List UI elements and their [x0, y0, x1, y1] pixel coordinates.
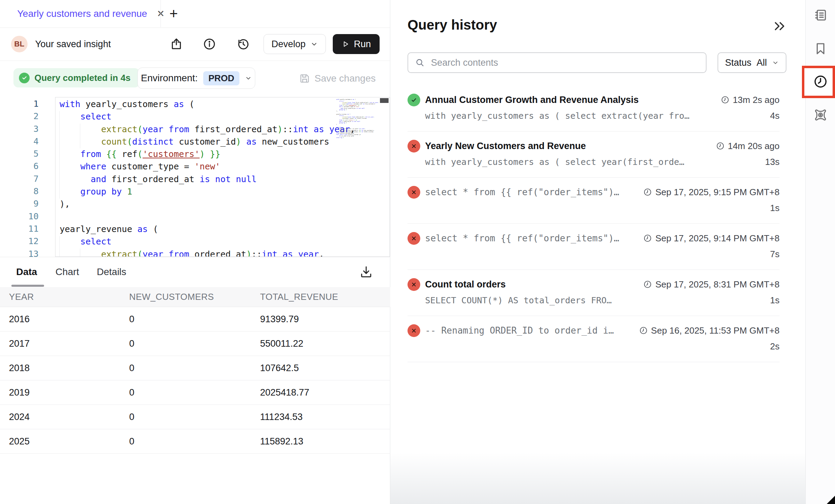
table-row: 20170550011.22	[0, 332, 390, 356]
query-status-pill: Query completed in 4s	[13, 68, 140, 87]
code-line: order by 1	[336, 137, 382, 138]
table-row: 2016091399.79	[0, 307, 390, 332]
history-item-timestamp: Sep 16, 2025, 11:53 PM GMT+8	[632, 325, 780, 336]
code-editor-area[interactable]: with yearly_customers as ( select extrac…	[55, 97, 390, 257]
table-row: 201902025418.77	[0, 380, 390, 405]
table-row: 20180107642.5	[0, 356, 390, 380]
editor-scrollbar-thumb[interactable]	[380, 98, 389, 103]
new-tab-button[interactable]: +	[166, 6, 181, 21]
download-icon[interactable]	[359, 265, 373, 279]
active-tab-underline	[11, 285, 44, 287]
history-item-title: Annual Customer Growth and Revenue Analy…	[425, 95, 639, 105]
table-cell: 0	[129, 363, 260, 374]
sql-editor: 12345678910111213 with yearly_customers …	[0, 94, 390, 257]
history-item-timestamp: Sep 17, 2025, 8:31 PM GMT+8	[636, 279, 780, 290]
query-history-item[interactable]: select * from {{ ref("order_items")…Sep …	[408, 224, 780, 270]
line-number: 10	[0, 210, 51, 223]
search-input[interactable]	[430, 57, 699, 69]
history-item-timestamp: 14m 20s ago	[709, 141, 780, 151]
query-history-item[interactable]: Count total ordersSep 17, 2025, 8:31 PM …	[408, 270, 780, 316]
line-number: 3	[0, 123, 51, 135]
collapse-panel-icon[interactable]	[772, 19, 787, 34]
line-number: 7	[0, 173, 51, 185]
query-history-panel: Query history Status All Annual Customer…	[390, 0, 805, 504]
version-history-icon[interactable]	[236, 37, 250, 51]
table-cell: 2016	[0, 314, 129, 325]
query-history-item[interactable]: select * from {{ ref("order_items")…Sep …	[408, 178, 780, 224]
history-item-duration: 7s	[770, 249, 780, 260]
history-item-snippet: select * from {{ ref("order_items")…	[425, 233, 619, 243]
error-status-icon	[408, 324, 420, 337]
line-number: 4	[0, 135, 51, 148]
history-item-snippet: with yearly_customers as ( select year(f…	[425, 157, 684, 167]
environment-value-badge: PROD	[203, 71, 239, 85]
save-changes-button[interactable]: Save changes	[297, 69, 378, 88]
history-item-snippet: -- Renaming ORDER_ID to order_id i…	[425, 325, 614, 336]
table-cell: 91399.79	[260, 314, 390, 325]
query-editor-panel: Yearly customers and revenue ✕ + BL Your…	[0, 0, 390, 504]
editor-minimap[interactable]: with yearly_customers as ( select extrac…	[336, 99, 382, 256]
timestamp-text: 13m 2s ago	[733, 95, 780, 105]
info-icon[interactable]	[203, 37, 216, 51]
indent-guide	[80, 249, 80, 257]
share-icon[interactable]	[169, 37, 183, 51]
status-filter-dropdown[interactable]: Status All	[718, 52, 786, 73]
line-number: 8	[0, 185, 51, 198]
history-item-timestamp: Sep 17, 2025, 9:14 PM GMT+8	[636, 233, 780, 244]
saved-insight-label: Your saved insight	[35, 28, 111, 61]
history-item-row-2: 1s	[425, 202, 780, 214]
save-icon	[299, 73, 310, 84]
table-header-row: YEAR NEW_CUSTOMERS TOTAL_REVENUE	[0, 287, 390, 307]
history-item-timestamp: Sep 17, 2025, 9:15 PM GMT+8	[636, 187, 780, 198]
search-box	[408, 52, 707, 73]
column-header-year: YEAR	[0, 292, 129, 302]
timestamp-text: 14m 20s ago	[728, 141, 780, 151]
tab-label: Yearly customers and revenue	[17, 8, 147, 19]
ai-assistant-icon[interactable]	[813, 108, 828, 122]
develop-dropdown[interactable]: Develop	[264, 34, 326, 54]
history-item-title: Count total orders	[425, 279, 506, 290]
history-item-snippet: SELECT COUNT(*) AS total_orders FRO…	[425, 295, 612, 305]
tab-details[interactable]: Details	[97, 257, 126, 287]
line-number: 1	[0, 98, 51, 110]
chevron-down-icon	[245, 75, 252, 82]
line-number: 12	[0, 235, 51, 248]
history-item-row-2: 2s	[425, 340, 780, 353]
table-row: 20240111234.53	[0, 405, 390, 429]
query-history-item[interactable]: Annual Customer Growth and Revenue Analy…	[408, 85, 780, 132]
history-item-snippet: with yearly_customers as ( select extrac…	[425, 111, 690, 121]
play-icon	[341, 40, 350, 48]
bookmark-icon[interactable]	[813, 41, 828, 56]
clock-history-icon[interactable]	[813, 74, 828, 89]
run-button[interactable]: Run	[333, 34, 380, 54]
history-item-duration: 4s	[770, 111, 780, 121]
history-item-title: Yearly New Customers and Revenue	[425, 141, 586, 151]
status-filter-value: All	[756, 57, 767, 68]
status-row: Query completed in 4s Environment: PROD …	[0, 61, 390, 97]
query-history-item[interactable]: Yearly New Customers and Revenue14m 20s …	[408, 132, 780, 178]
run-label: Run	[354, 39, 371, 50]
history-item-duration: 1s	[770, 295, 780, 306]
history-item-duration: 1s	[770, 203, 780, 213]
history-item-timestamp: 13m 2s ago	[714, 95, 780, 105]
environment-dropdown[interactable]: Environment: PROD	[137, 67, 255, 89]
page-title: Query history	[408, 17, 497, 33]
table-cell: 0	[129, 412, 260, 422]
query-history-item[interactable]: -- Renaming ORDER_ID to order_id i…Sep 1…	[408, 316, 780, 362]
history-item-duration: 13s	[765, 157, 780, 167]
notebook-icon[interactable]	[813, 8, 828, 22]
success-status-icon	[408, 94, 420, 106]
table-cell: 2025418.77	[260, 387, 390, 398]
error-status-icon	[408, 140, 420, 153]
tab-data[interactable]: Data	[16, 257, 37, 287]
chevron-down-icon	[772, 59, 779, 66]
tab-yearly-customers-and-revenue[interactable]: Yearly customers and revenue ✕	[17, 0, 165, 28]
right-icon-sidebar	[805, 0, 835, 504]
tab-separator	[161, 0, 161, 27]
table-cell: 111234.53	[260, 412, 390, 422]
tab-chart[interactable]: Chart	[55, 257, 79, 287]
history-item-row-1: Yearly New Customers and Revenue14m 20s …	[408, 139, 780, 153]
indent-guide	[80, 124, 80, 148]
query-status-text: Query completed in 4s	[34, 73, 131, 83]
history-item-duration: 2s	[770, 341, 780, 352]
